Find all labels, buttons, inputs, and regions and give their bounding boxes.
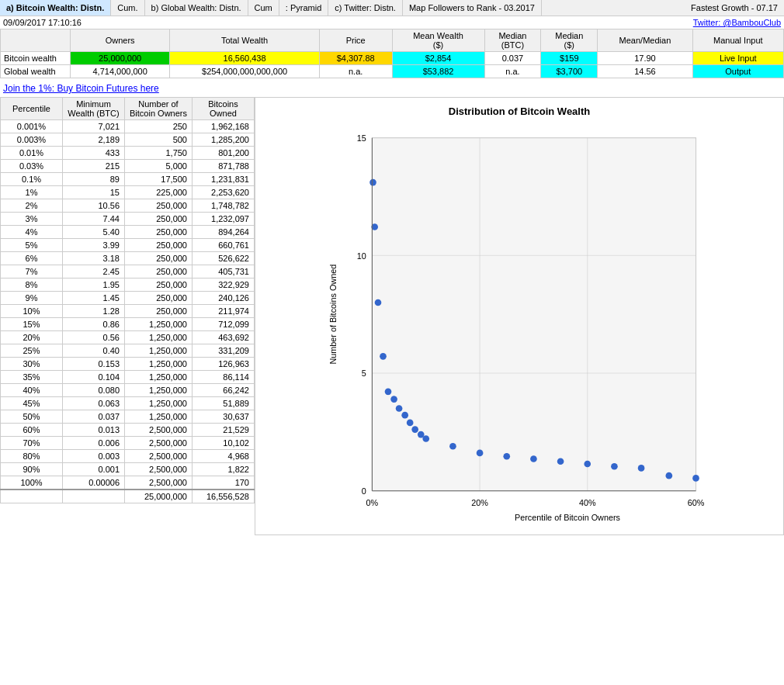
cell-btc-owned: 526,622 [192,252,254,265]
cell-min-wealth: 0.56 [63,331,125,344]
total-label [1,490,63,503]
global-median-btc: n.a. [484,65,541,78]
table-row: 80% 0.003 2,500,000 4,968 [1,450,255,463]
cell-percentile: 7% [1,265,63,278]
cell-percentile: 60% [1,424,63,437]
cell-num-owners: 250,000 [125,239,193,252]
table-row: 1% 15 225,000 2,253,620 [1,186,255,199]
chart-point-5 [385,389,392,396]
bitcoin-mean-median: 17.90 [598,52,692,65]
bitcoin-label: Bitcoin wealth [1,52,71,65]
cell-num-owners: 2,500,000 [125,476,193,490]
cell-num-owners: 1,250,000 [125,397,193,410]
tab-cum-2[interactable]: Cum [248,0,279,16]
cell-btc-owned: 66,242 [192,384,254,397]
cell-percentile: 70% [1,437,63,450]
svg-text:Number of Bitcoins Owned: Number of Bitcoins Owned [328,265,338,365]
chart-point-12 [422,435,429,442]
total-btc: 16,556,528 [192,490,254,503]
cell-num-owners: 250,000 [125,292,193,305]
cell-num-owners: 1,250,000 [125,358,193,371]
cell-min-wealth: 0.003 [63,450,125,463]
cell-min-wealth: 1.45 [63,292,125,305]
cell-percentile: 2% [1,199,63,213]
table-row: 5% 3.99 250,000 660,761 [1,239,255,252]
table-row: 50% 0.037 1,250,000 30,637 [1,410,255,424]
cell-percentile: 0.03% [1,160,63,173]
tab-twitter-distn[interactable]: c) Twitter: Distn. [328,0,403,16]
table-row: 45% 0.063 1,250,000 51,889 [1,397,255,410]
cell-percentile: 5% [1,239,63,252]
cell-percentile: 45% [1,397,63,410]
cell-num-owners: 250,000 [125,265,193,278]
cell-btc-owned: 660,761 [192,239,254,252]
th-min-wealth: MinimumWealth (BTC) [63,98,125,120]
cell-btc-owned: 170 [192,476,254,490]
cell-min-wealth: 215 [63,160,125,173]
join-link[interactable]: Join the 1%: Buy Bitcoin Futures here [0,80,784,97]
cell-btc-owned: 405,731 [192,265,254,278]
table-row: 0.001% 7,021 250 1,962,168 [1,120,255,133]
tab-bitcoin-distn[interactable]: a) Bitcoin Wealth: Distn. [0,0,111,16]
svg-text:20%: 20% [471,498,488,507]
table-row: 8% 1.95 250,000 322,929 [1,278,255,292]
bitcoin-price: $4,307.88 [319,52,392,65]
table-row: 15% 0.86 1,250,000 712,099 [1,318,255,331]
chart-point-21 [665,472,672,479]
table-row: 70% 0.006 2,500,000 10,102 [1,437,255,450]
distribution-table: Percentile MinimumWealth (BTC) Number of… [0,97,255,503]
tab-global-distn[interactable]: b) Global Wealth: Distn. [145,0,248,16]
cell-min-wealth: 1.28 [63,305,125,318]
cell-btc-owned: 10,102 [192,437,254,450]
cell-num-owners: 2,500,000 [125,463,193,476]
table-row: 60% 0.013 2,500,000 21,529 [1,424,255,437]
chart-area: Distribution of Bitcoin Wealth 0 5 10 15… [255,97,784,535]
global-mean-wealth: $53,882 [392,65,484,78]
tab-map-followers[interactable]: Map Followers to Rank - 03.2017 [403,0,542,16]
cell-percentile: 0.001% [1,120,63,133]
table-row: 2% 10.56 250,000 1,748,782 [1,199,255,213]
bitcoin-median-usd: $159 [541,52,598,65]
col-header-median-usd: Median($) [541,29,598,52]
table-row: 100% 0.00006 2,500,000 170 [1,476,255,490]
chart-point-10 [411,426,418,433]
tab-cum-1[interactable]: Cum. [111,0,144,16]
th-btc-owned: BitcoinsOwned [192,98,254,120]
cell-min-wealth: 433 [63,147,125,160]
table-row: 4% 5.40 250,000 894,264 [1,226,255,239]
cell-num-owners: 1,250,000 [125,410,193,424]
cell-min-wealth: 0.86 [63,318,125,331]
tab-pyramid[interactable]: : Pyramid [279,0,328,16]
timestamp: 09/09/2017 17:10:16 [3,18,82,27]
cell-percentile: 20% [1,331,63,344]
cell-min-wealth: 0.104 [63,371,125,384]
chart-point-4 [380,353,387,360]
svg-text:40%: 40% [579,498,596,507]
twitter-link[interactable]: Twitter: @BambouClub [693,18,781,27]
cell-percentile: 0.003% [1,133,63,147]
summary-table: Owners Total Wealth Price Mean Wealth($)… [0,29,784,78]
cell-btc-owned: 211,974 [192,305,254,318]
table-row: 10% 1.28 250,000 211,974 [1,305,255,318]
th-num-owners: Number ofBitcoin Owners [125,98,193,120]
svg-rect-0 [372,138,696,491]
cell-percentile: 90% [1,463,63,476]
col-header-owners: Owners [71,29,170,52]
global-total-wealth: $254,000,000,000,000 [170,65,320,78]
row-bitcoin: Bitcoin wealth 25,000,000 16,560,438 $4,… [1,52,784,65]
cell-btc-owned: 801,200 [192,147,254,160]
chart-point-15 [503,453,510,460]
cell-btc-owned: 322,929 [192,278,254,292]
cell-min-wealth: 2.45 [63,265,125,278]
cell-min-wealth: 2,189 [63,133,125,147]
global-output: Output [692,65,783,78]
cell-percentile: 100% [1,476,63,490]
table-row: 30% 0.153 1,250,000 126,963 [1,358,255,371]
cell-btc-owned: 1,232,097 [192,213,254,226]
chart-point-22 [692,475,699,482]
cell-min-wealth: 7.44 [63,213,125,226]
col-header-mean-median: Mean/Median [598,29,692,52]
cell-min-wealth: 1.95 [63,278,125,292]
col-header-mean-wealth: Mean Wealth($) [392,29,484,52]
cell-btc-owned: 51,889 [192,397,254,410]
